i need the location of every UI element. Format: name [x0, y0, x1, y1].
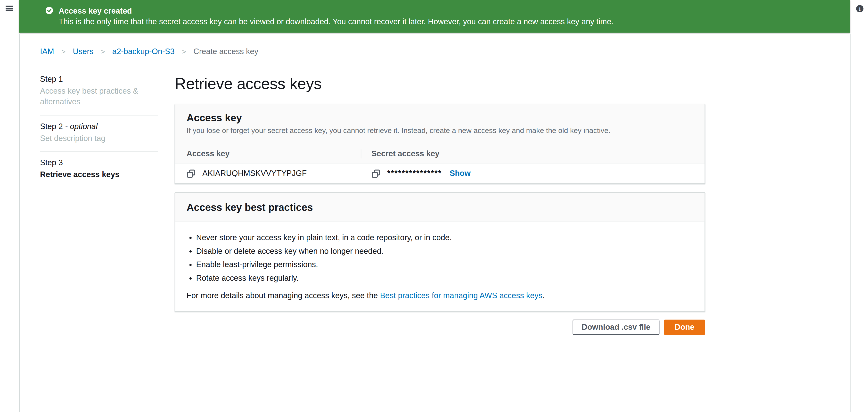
access-key-card: Access key If you lose or forget your se…: [175, 104, 705, 184]
main-content: Retrieve access keys Access key If you l…: [175, 34, 705, 335]
best-practices-card-header: Access key best practices: [176, 193, 705, 222]
best-practices-list: Never store your access key in plain tex…: [187, 232, 693, 284]
wizard-steps: Step 1 Access key best practices & alter…: [40, 74, 158, 180]
best-practice-item: Rotate access keys regularly.: [187, 273, 693, 284]
breadcrumb-separator-icon: >: [101, 47, 105, 56]
best-practice-item: Never store your access key in plain tex…: [187, 232, 693, 243]
best-practice-item: Disable or delete access key when no lon…: [187, 246, 693, 257]
footer-text: For more details about managing access k…: [187, 291, 380, 300]
best-practices-card-title: Access key best practices: [187, 201, 693, 213]
key-table-data-row: AKIARUQHMSKVVYTYPJGF *************** Sho…: [176, 164, 705, 183]
step-1-label: Step 1: [40, 74, 158, 84]
done-button[interactable]: Done: [664, 320, 705, 335]
best-practices-link[interactable]: Best practices for managing AWS access k…: [380, 291, 542, 300]
flashbar-content: Access key created This is the only time…: [19, 0, 850, 33]
best-practice-item: Enable least-privilege permissions.: [187, 259, 693, 270]
secret-key-masked-value: ***************: [387, 168, 442, 179]
download-csv-button[interactable]: Download .csv file: [572, 320, 659, 335]
step-2-label: Step 2- optional: [40, 121, 158, 131]
menu-hamburger-icon[interactable]: [6, 6, 13, 12]
access-key-card-header: Access key If you lose or forget your se…: [176, 104, 705, 144]
flash-title: Access key created: [59, 5, 839, 16]
content-panel: IAM > Users > a2-backup-On-S3 > Create a…: [19, 34, 850, 412]
access-key-card-title: Access key: [187, 112, 693, 124]
access-key-cell: AKIARUQHMSKVVYTYPJGF: [176, 164, 362, 183]
success-check-icon: [45, 7, 53, 14]
column-header-secret-access-key: Secret access key: [361, 144, 439, 163]
step-2-optional-text: - optional: [65, 122, 97, 131]
copy-access-key-icon[interactable]: [187, 169, 195, 178]
access-key-card-description: If you lose or forget your secret access…: [187, 126, 693, 136]
column-header-access-key: Access key: [176, 144, 361, 163]
step-2-label-text: Step 2: [40, 122, 63, 131]
breadcrumb-link-iam[interactable]: IAM: [40, 47, 54, 56]
step-3-title: Retrieve access keys: [40, 169, 158, 180]
secret-key-cell: *************** Show: [361, 164, 471, 183]
show-secret-link[interactable]: Show: [450, 168, 471, 179]
page-root: Access key created This is the only time…: [0, 0, 868, 412]
page-title: Retrieve access keys: [175, 73, 705, 95]
wizard-step-3[interactable]: Step 3 Retrieve access keys: [40, 152, 158, 180]
copy-secret-key-icon[interactable]: [371, 169, 380, 178]
step-2-title: Set description tag: [40, 133, 158, 144]
info-icon[interactable]: i: [856, 5, 863, 12]
success-flashbar: Access key created This is the only time…: [19, 0, 850, 33]
access-key-value: AKIARUQHMSKVVYTYPJGF: [202, 168, 307, 179]
breadcrumb-link-users[interactable]: Users: [73, 47, 93, 56]
step-3-label: Step 3: [40, 157, 158, 168]
step-1-title: Access key best practices & alternatives: [40, 86, 158, 107]
wizard-actions: Download .csv file Done: [175, 320, 705, 335]
key-table-header-row: Access key Secret access key: [176, 144, 705, 164]
wizard-step-1[interactable]: Step 1 Access key best practices & alter…: [40, 74, 158, 107]
best-practices-card-body: Never store your access key in plain tex…: [176, 222, 705, 311]
breadcrumb-separator-icon: >: [61, 47, 66, 56]
flash-description: This is the only time that the secret ac…: [59, 16, 839, 27]
footer-period: .: [542, 291, 545, 300]
breadcrumb-link-user[interactable]: a2-backup-On-S3: [112, 47, 175, 56]
best-practices-footer: For more details about managing access k…: [187, 290, 693, 301]
best-practices-card: Access key best practices Never store yo…: [175, 192, 705, 312]
wizard-step-2[interactable]: Step 2- optional Set description tag: [40, 116, 158, 144]
